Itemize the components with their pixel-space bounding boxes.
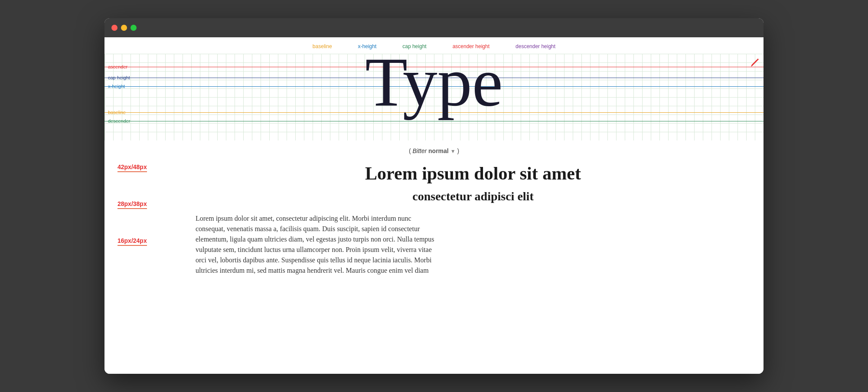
metrics-nav: baseline x-height cap height ascender he…: [104, 37, 764, 54]
nav-cap-height[interactable]: cap height: [402, 43, 426, 49]
font-name: Bitter: [412, 147, 427, 154]
grid-area: ascender cap height x-height baseline de…: [104, 54, 764, 140]
xheight-label: x-height: [108, 84, 125, 89]
content-section: 42px/48px 28px/38px 16px/24px Lorem ipsu…: [104, 163, 764, 293]
cap-line: [104, 78, 764, 78]
text-column: Lorem ipsum dolor sit amet consectetur a…: [196, 163, 751, 276]
size-value-1: 42px/48px: [117, 163, 147, 172]
size-labels: 42px/48px 28px/38px 16px/24px: [117, 163, 196, 276]
descender-label: descender: [108, 118, 130, 124]
minimize-button[interactable]: [121, 25, 127, 31]
open-paren: (: [409, 147, 411, 154]
descender-line: [104, 121, 764, 121]
nav-ascender-height[interactable]: ascender height: [453, 43, 489, 49]
close-button[interactable]: [111, 25, 117, 31]
cap-label: cap height: [108, 75, 130, 80]
page-content: baseline x-height cap height ascender he…: [104, 37, 764, 374]
type-display: Type: [365, 54, 503, 117]
font-weight: normal: [428, 147, 449, 154]
body-text: Lorem ipsum dolor sit amet, consectetur …: [196, 213, 438, 276]
maximize-button[interactable]: [131, 25, 137, 31]
nav-descender-height[interactable]: descender height: [516, 43, 555, 49]
ascender-line: [104, 67, 764, 67]
font-label: ( Bitter normal ▼ ): [104, 140, 764, 163]
close-paren: ): [457, 147, 459, 154]
heading-1: Lorem ipsum dolor sit amet: [196, 163, 751, 184]
heading-2: consectetur adipisci elit: [196, 188, 751, 205]
size-value-3: 16px/24px: [117, 237, 147, 246]
size-item-2: 28px/38px: [117, 200, 196, 212]
size-item-3: 16px/24px: [117, 237, 196, 249]
xheight-line: [104, 86, 764, 87]
titlebar: [104, 18, 764, 37]
nav-xheight[interactable]: x-height: [358, 43, 377, 49]
browser-window: baseline x-height cap height ascender he…: [104, 18, 764, 374]
baseline-line: [104, 112, 764, 113]
size-value-2: 28px/38px: [117, 200, 147, 209]
nav-baseline[interactable]: baseline: [313, 43, 332, 49]
pencil-icon[interactable]: [751, 57, 760, 67]
ascender-label: ascender: [108, 64, 127, 69]
size-item-1: 42px/48px: [117, 163, 196, 176]
baseline-label: baseline: [108, 110, 126, 115]
dropdown-arrow-icon[interactable]: ▼: [450, 148, 456, 154]
